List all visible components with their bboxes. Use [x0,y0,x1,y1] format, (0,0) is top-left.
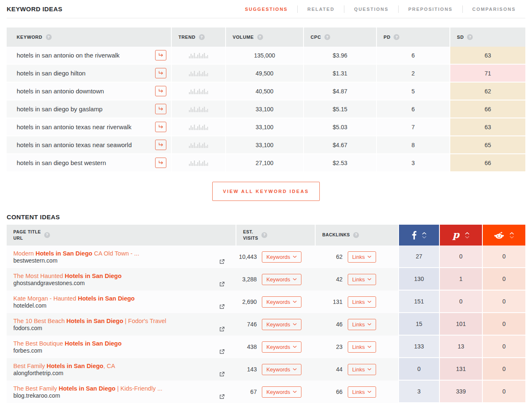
copy-keyword-button[interactable] [155,50,166,60]
copy-keyword-button[interactable] [155,140,166,150]
help-icon[interactable]: ? [46,34,52,40]
copy-keyword-button[interactable] [155,104,166,114]
open-page-button[interactable] [219,371,225,377]
content-row: Best Family Hotels in San Diego, CA alon… [7,358,525,381]
help-icon[interactable]: ? [44,232,50,238]
page-title-link[interactable]: Kate Morgan - Haunted Hotels in San Dieg… [13,295,135,302]
links-dropdown-label: Links [352,389,365,395]
facebook-shares-value: 3 [398,381,439,403]
links-dropdown-button[interactable]: Links [348,364,376,375]
open-page-button[interactable] [219,281,225,287]
backlinks-cell: 44 Links [315,358,398,381]
est-visits-cell: 10,443 Keywords [236,246,315,268]
links-dropdown-button[interactable]: Links [348,296,376,308]
help-icon[interactable]: ? [257,34,263,40]
backlinks-cell: 66 Links [315,381,398,403]
column-label: KEYWORD [17,35,43,40]
backlinks-value: 62 [336,253,343,260]
help-icon[interactable]: ? [324,34,330,40]
hook-arrow-right-icon [158,124,163,130]
trend-cell [171,118,225,135]
trend-sparkline-icon [189,70,208,76]
view-all-keyword-ideas-button[interactable]: VIEW ALL KEYWORD IDEAS [212,182,320,201]
open-page-button[interactable] [219,394,225,399]
column-header-facebook-sort[interactable] [398,225,439,246]
keyword-ideas-tabs: SUGGESTIONSRELATEDQUESTIONSPREPOSITIONSC… [236,5,525,13]
page-title-link[interactable]: The Most Haunted Hotels in San Diego [13,273,122,279]
reddit-shares-value: 0 [482,313,525,336]
cpc-value: $2.53 [303,154,376,171]
links-dropdown-button[interactable]: Links [348,274,376,285]
est-visits-value: 3,288 [242,276,257,283]
open-page-button[interactable] [219,259,225,264]
keywords-dropdown-button[interactable]: Keywords [262,319,301,330]
help-icon[interactable]: ? [199,34,205,40]
column-header-volume: VOLUME? [225,28,303,47]
tab-suggestions[interactable]: SUGGESTIONS [236,7,298,12]
page-title-link[interactable]: Best Family Hotels in San Diego, CA [13,363,115,369]
keyword-text: hotels in san antonio downtown [17,88,104,95]
backlinks-cell: 62 Links [315,246,398,268]
est-visits-cell: 143 Keywords [236,358,315,381]
sort-asc-icon [422,232,427,235]
cpc-value: $4.67 [303,136,376,153]
facebook-icon [412,231,417,240]
cpc-value: $3.96 [303,47,376,64]
sd-value: 65 [449,136,525,153]
links-dropdown-button[interactable]: Links [348,341,376,353]
links-dropdown-button[interactable]: Links [348,251,376,263]
open-page-button[interactable] [219,304,225,309]
copy-keyword-button[interactable] [155,122,166,132]
keywords-dropdown-button[interactable]: Keywords [262,364,301,375]
content-row: The Best Boutique Hotels in San Diego fo… [7,336,525,358]
keyword-row: hotels in san antonio texas near seaworl… [7,136,525,154]
visits-label: VISITS [243,236,258,241]
keywords-dropdown-button[interactable]: Keywords [262,296,301,308]
tab-questions[interactable]: QUESTIONS [344,7,398,12]
page-title-link[interactable]: The 10 Best Beach Hotels in San Diego | … [13,318,166,324]
keywords-dropdown-button[interactable]: Keywords [262,386,301,398]
copy-keyword-button[interactable] [155,86,166,96]
keywords-dropdown-label: Keywords [266,299,290,305]
chevron-down-icon [367,391,371,393]
tab-related[interactable]: RELATED [298,7,344,12]
trend-sparkline-icon [189,142,208,148]
page-url: hoteldel.com [13,302,135,309]
reddit-shares-value: 0 [482,358,525,381]
volume-value: 135,000 [225,47,303,64]
est-visits-cell: 746 Keywords [236,313,315,336]
backlinks-cell: 46 Links [315,313,398,336]
copy-keyword-button[interactable] [155,68,166,78]
help-icon[interactable]: ? [394,34,399,40]
column-header-pinterest-sort[interactable]: p [439,225,482,246]
page-title-link[interactable]: The Best Boutique Hotels in San Diego [13,340,122,347]
copy-keyword-button[interactable] [155,158,166,168]
chevron-down-icon [293,368,297,371]
keywords-dropdown-button[interactable]: Keywords [262,274,301,285]
help-icon[interactable]: ? [467,34,473,40]
open-page-button[interactable] [219,326,225,332]
open-page-button[interactable] [219,349,225,354]
hook-arrow-right-icon [158,53,163,58]
est-visits-cell: 67 Keywords [236,381,315,403]
page-title-cell: Kate Morgan - Haunted Hotels in San Dieg… [7,291,236,313]
hook-arrow-right-icon [158,160,163,165]
keyword-row: hotels in san antonio texas near riverwa… [7,118,525,136]
keywords-dropdown-button[interactable]: Keywords [262,341,301,353]
trend-sparkline-icon [189,160,208,166]
page-title-link[interactable]: Modern Hotels in San Diego CA Old Town -… [13,250,139,257]
help-icon[interactable]: ? [261,232,267,238]
tab-comparisons[interactable]: COMPARISONS [463,7,525,12]
backlinks-cell: 42 Links [315,268,398,291]
links-dropdown-label: Links [352,276,365,283]
column-header-reddit-sort[interactable] [482,225,525,246]
help-icon[interactable]: ? [353,232,359,238]
keyword-row: hotels in san diego hilton 49,500 $1.31 … [7,65,525,83]
keywords-dropdown-button[interactable]: Keywords [262,251,301,263]
hook-arrow-right-icon [158,70,163,76]
tab-prepositions[interactable]: PREPOSITIONS [399,7,462,12]
reddit-shares-value: 0 [482,336,525,358]
page-title-link[interactable]: The Best Family Hotels in San Diego | Ki… [13,385,163,392]
links-dropdown-button[interactable]: Links [348,319,376,330]
links-dropdown-button[interactable]: Links [348,386,376,398]
